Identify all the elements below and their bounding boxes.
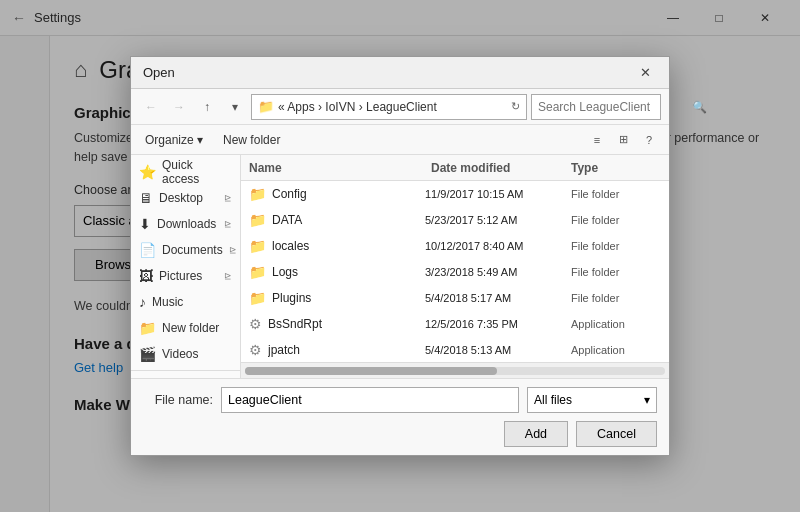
nav-item-new-folder[interactable]: 📁 New folder — [131, 315, 240, 341]
quick-access-icon: ⭐ — [139, 164, 156, 180]
nav-item-documents[interactable]: 📄 Documents ⊵ — [131, 237, 240, 263]
folder-icon-config: 📁 — [249, 186, 266, 202]
file-name-logs: Logs — [272, 265, 419, 279]
file-list-container: Name Date modified Type 📁 Config 11/9/20… — [241, 155, 669, 378]
file-name-locales: locales — [272, 239, 419, 253]
file-type-logs: File folder — [571, 266, 661, 278]
filetype-dropdown[interactable]: All files ▾ — [527, 387, 657, 413]
dialog-nav: ⭐ Quick access 🖥 Desktop ⊵ ⬇ Downloads ⊵… — [131, 155, 241, 378]
dialog-title-bar: Open ✕ — [131, 57, 669, 89]
file-row-jpatch[interactable]: ⚙ jpatch 5/4/2018 5:13 AM Application — [241, 337, 669, 362]
filename-input[interactable] — [221, 387, 519, 413]
folder-icon-data: 📁 — [249, 212, 266, 228]
file-type-jpatch: Application — [571, 344, 661, 356]
address-bar[interactable]: 📁 « Apps › IoIVN › LeagueClient ↻ — [251, 94, 527, 120]
view-list-button[interactable]: ≡ — [585, 129, 609, 151]
new-folder-button[interactable]: New folder — [217, 130, 286, 150]
file-name-plugins: Plugins — [272, 291, 419, 305]
file-row-bssnd[interactable]: ⚙ BsSndRpt 12/5/2016 7:35 PM Application — [241, 311, 669, 337]
view-help-button[interactable]: ? — [637, 129, 661, 151]
search-icon: 🔍 — [692, 100, 707, 114]
file-date-logs: 3/23/2018 5:49 AM — [425, 266, 565, 278]
nav-label-desktop: Desktop — [159, 191, 203, 205]
file-date-plugins: 5/4/2018 5:17 AM — [425, 292, 565, 304]
refresh-icon[interactable]: ↻ — [511, 100, 520, 113]
file-row-locales[interactable]: 📁 locales 10/12/2017 8:40 AM File folder — [241, 233, 669, 259]
file-date-locales: 10/12/2017 8:40 AM — [425, 240, 565, 252]
dialog-close-button[interactable]: ✕ — [633, 62, 657, 84]
new-folder-nav-icon: 📁 — [139, 320, 156, 336]
col-name-header: Name — [249, 161, 431, 175]
nav-label-music: Music — [152, 295, 183, 309]
downloads-expand-icon: ⊵ — [224, 219, 232, 229]
filename-row: File name: All files ▾ — [143, 387, 657, 413]
file-type-config: File folder — [571, 188, 661, 200]
file-date-config: 11/9/2017 10:15 AM — [425, 188, 565, 200]
col-type-header: Type — [571, 161, 661, 175]
dialog-toolbar: ← → ↑ ▾ 📁 « Apps › IoIVN › LeagueClient … — [131, 89, 669, 125]
file-row-plugins[interactable]: 📁 Plugins 5/4/2018 5:17 AM File folder — [241, 285, 669, 311]
desktop-icon: 🖥 — [139, 190, 153, 206]
music-icon: ♪ — [139, 294, 146, 310]
nav-recent-button[interactable]: ▾ — [223, 95, 247, 119]
folder-icon-locales: 📁 — [249, 238, 266, 254]
dialog-main: ⭐ Quick access 🖥 Desktop ⊵ ⬇ Downloads ⊵… — [131, 155, 669, 378]
file-name-config: Config — [272, 187, 419, 201]
add-button[interactable]: Add — [504, 421, 568, 447]
folder-icon-logs: 📁 — [249, 264, 266, 280]
pictures-icon: 🖼 — [139, 268, 153, 284]
nav-back-button[interactable]: ← — [139, 95, 163, 119]
file-name-bssnd: BsSndRpt — [268, 317, 419, 331]
nav-item-downloads[interactable]: ⬇ Downloads ⊵ — [131, 211, 240, 237]
nav-forward-button[interactable]: → — [167, 95, 191, 119]
file-type-bssnd: Application — [571, 318, 661, 330]
nav-item-pictures[interactable]: 🖼 Pictures ⊵ — [131, 263, 240, 289]
dialog-action-bar: Organize ▾ New folder ≡ ⊞ ? — [131, 125, 669, 155]
nav-up-button[interactable]: ↑ — [195, 95, 219, 119]
view-buttons: ≡ ⊞ ? — [585, 129, 661, 151]
search-box: 🔍 — [531, 94, 661, 120]
file-row-data[interactable]: 📁 DATA 5/23/2017 5:12 AM File folder — [241, 207, 669, 233]
file-row-logs[interactable]: 📁 Logs 3/23/2018 5:49 AM File folder — [241, 259, 669, 285]
cancel-button[interactable]: Cancel — [576, 421, 657, 447]
file-date-bssnd: 12/5/2016 7:35 PM — [425, 318, 565, 330]
dialog-overlay: Open ✕ ← → ↑ ▾ 📁 « Apps › IoIVN › League… — [0, 0, 800, 512]
search-input[interactable] — [538, 100, 688, 114]
desktop-expand-icon: ⊵ — [224, 193, 232, 203]
col-date-header: Date modified — [431, 161, 571, 175]
dialog-title-text: Open — [143, 65, 175, 80]
organize-button[interactable]: Organize ▾ — [139, 130, 209, 150]
file-type-data: File folder — [571, 214, 661, 226]
view-details-button[interactable]: ⊞ — [611, 129, 635, 151]
file-row-config[interactable]: 📁 Config 11/9/2017 10:15 AM File folder — [241, 181, 669, 207]
nav-label-documents: Documents — [162, 243, 223, 257]
file-type-locales: File folder — [571, 240, 661, 252]
downloads-icon: ⬇ — [139, 216, 151, 232]
documents-icon: 📄 — [139, 242, 156, 258]
nav-label-new-folder: New folder — [162, 321, 219, 335]
file-name-data: DATA — [272, 213, 419, 227]
folder-icon-plugins: 📁 — [249, 290, 266, 306]
hscroll-thumb — [245, 367, 497, 375]
nav-label-videos: Videos — [162, 347, 198, 361]
nav-item-music[interactable]: ♪ Music — [131, 289, 240, 315]
horizontal-scrollbar[interactable] — [241, 362, 669, 378]
dialog-bottom: File name: All files ▾ Add Cancel — [131, 378, 669, 455]
filename-label: File name: — [143, 393, 213, 407]
dialog-buttons-row: Add Cancel — [143, 421, 657, 447]
nav-item-videos[interactable]: 🎬 Videos — [131, 341, 240, 367]
file-type-plugins: File folder — [571, 292, 661, 304]
address-folder-icon: 📁 — [258, 99, 274, 114]
dialog-file-list: Name Date modified Type 📁 Config 11/9/20… — [241, 155, 669, 362]
file-date-data: 5/23/2017 5:12 AM — [425, 214, 565, 226]
organize-label: Organize ▾ — [145, 133, 203, 147]
file-list-header: Name Date modified Type — [241, 155, 669, 181]
nav-item-desktop[interactable]: 🖥 Desktop ⊵ — [131, 185, 240, 211]
nav-label-pictures: Pictures — [159, 269, 202, 283]
app-icon-bssnd: ⚙ — [249, 316, 262, 332]
app-icon-jpatch: ⚙ — [249, 342, 262, 358]
nav-item-quick-access[interactable]: ⭐ Quick access — [131, 159, 240, 185]
open-dialog: Open ✕ ← → ↑ ▾ 📁 « Apps › IoIVN › League… — [130, 56, 670, 456]
pictures-expand-icon: ⊵ — [224, 271, 232, 281]
nav-label-quick-access: Quick access — [162, 158, 232, 186]
